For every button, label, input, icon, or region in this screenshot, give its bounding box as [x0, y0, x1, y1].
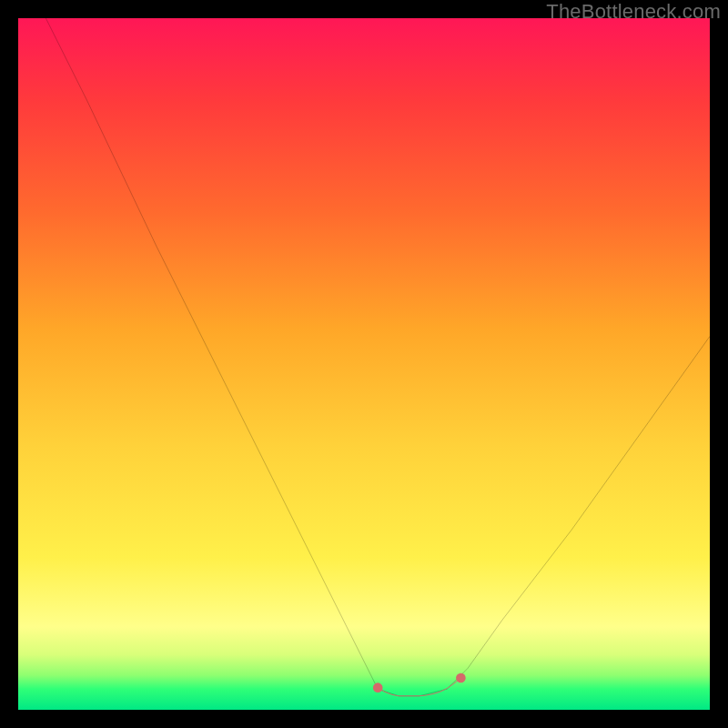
bottleneck-curve — [46, 18, 710, 696]
chart-plot-area — [18, 18, 710, 710]
optimal-zone-endpoint-right — [456, 673, 466, 683]
chart-svg — [18, 18, 710, 710]
optimal-zone-endpoint-left — [373, 682, 383, 693]
watermark-text: TheBottleneck.com — [546, 0, 721, 24]
chart-frame: TheBottleneck.com — [0, 0, 728, 728]
